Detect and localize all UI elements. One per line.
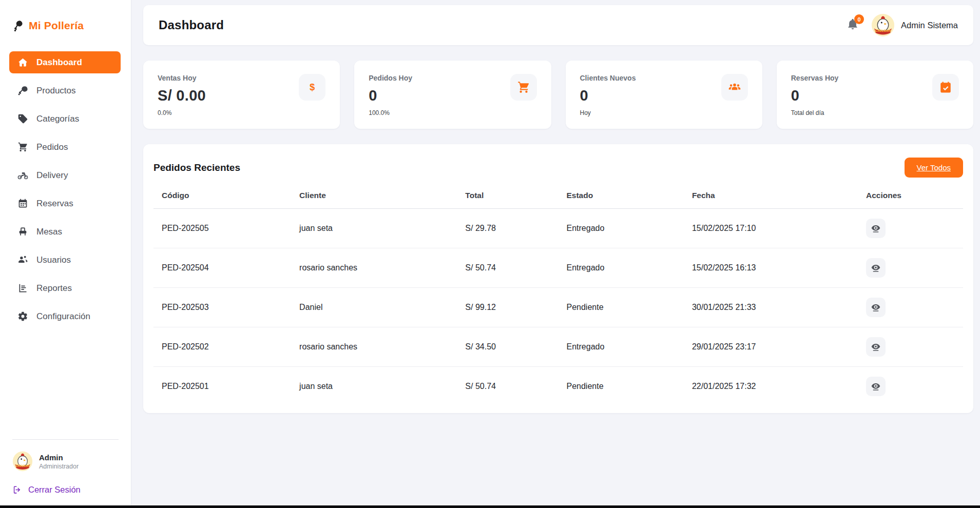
stat-label: Clientes Nuevos [580, 74, 636, 82]
order-code: PED-202504 [153, 248, 291, 288]
drumstick-icon [17, 85, 28, 96]
sidebar-item-reportes[interactable]: Reportes [9, 277, 121, 299]
order-client: juan seta [291, 209, 457, 248]
sidebar-item-categorias[interactable]: Categorías [9, 108, 121, 130]
view-all-label: Ver Todos [917, 163, 951, 172]
table-row: PED-202503 Daniel S/ 99.12 Pendiente 30/… [153, 288, 963, 327]
orders-table: Código Cliente Total Estado Fecha Accion… [153, 183, 963, 406]
order-code: PED-202503 [153, 288, 291, 327]
order-client: rosario sanches [291, 248, 457, 288]
notification-badge: 0 [854, 14, 864, 24]
stat-card-clientes-nuevos: Clientes Nuevos 0 Hoy [566, 61, 762, 129]
view-order-button[interactable] [866, 377, 886, 396]
svg-text:Chicken: Chicken [875, 28, 891, 33]
eye-icon [871, 342, 881, 352]
gear-icon [17, 311, 28, 322]
sidebar-item-delivery[interactable]: Delivery [9, 164, 121, 186]
logout-icon [12, 485, 22, 495]
order-total: S/ 34.50 [457, 327, 558, 367]
topbar-user-name: Admin Sistema [901, 21, 958, 30]
order-status: Pendiente [558, 367, 683, 406]
sidebar-nav: Dashboard Productos Categorías Pedidos D… [0, 47, 131, 331]
order-date: 15/02/2025 16:13 [684, 248, 858, 288]
sidebar: Mi Pollería Dashboard Productos Categorí… [0, 0, 131, 508]
brand: Mi Pollería [0, 0, 131, 47]
eye-icon [871, 381, 881, 392]
topbar-right: 0 Chicken Admin Sistema [847, 13, 958, 37]
table-row: PED-202502 rosario sanches S/ 34.50 Entr… [153, 327, 963, 367]
stat-label: Reservas Hoy [791, 74, 839, 82]
order-client: rosario sanches [291, 327, 457, 367]
stat-value: 0 [791, 87, 839, 104]
notifications-button[interactable]: 0 [847, 18, 860, 32]
stat-label: Pedidos Hoy [369, 74, 412, 82]
stat-card-pedidos-hoy: Pedidos Hoy 0 100.0% [354, 61, 551, 129]
col-header-cliente: Cliente [291, 183, 457, 209]
orders-table-body: PED-202505 juan seta S/ 29.78 Entregado … [153, 209, 963, 406]
view-order-button[interactable] [866, 298, 886, 317]
view-order-button[interactable] [866, 258, 886, 278]
sidebar-item-label: Reservas [36, 199, 73, 209]
col-header-estado: Estado [558, 183, 683, 209]
stat-sublabel: Total del día [791, 109, 839, 116]
stat-sublabel: 0.0% [158, 109, 206, 116]
stat-cards: Ventas Hoy S/ 0.00 0.0% $ Pedidos Hoy 0 … [143, 61, 973, 129]
order-date: 15/02/2025 17:10 [684, 209, 858, 248]
order-total: S/ 29.78 [457, 209, 558, 248]
order-status: Entregado [558, 327, 683, 367]
view-order-button[interactable] [866, 219, 886, 238]
stat-value: 0 [369, 87, 412, 104]
sidebar-item-label: Mesas [36, 227, 62, 237]
eye-icon [871, 302, 881, 312]
table-row: PED-202501 juan seta S/ 50.74 Pendiente … [153, 367, 963, 406]
topbar: Dashboard 0 Chicken Admin Sistema [143, 5, 973, 45]
tags-icon [17, 113, 28, 124]
bottom-strip [0, 505, 980, 508]
sidebar-item-reservas[interactable]: Reservas [9, 192, 121, 214]
app-root: Mi Pollería Dashboard Productos Categorí… [0, 0, 980, 508]
view-all-button[interactable]: Ver Todos [905, 158, 963, 178]
sidebar-item-label: Productos [36, 86, 76, 96]
sidebar-item-mesas[interactable]: Mesas [9, 221, 121, 243]
order-total: S/ 99.12 [457, 288, 558, 327]
order-client: Daniel [291, 288, 457, 327]
order-code: PED-202502 [153, 327, 291, 367]
user-name: Admin [39, 453, 79, 462]
calendar-check-icon [932, 74, 959, 101]
order-date: 30/01/2025 21:33 [684, 288, 858, 327]
recent-orders-card: Pedidos Recientes Ver Todos Código Clien… [143, 144, 973, 413]
home-icon [17, 57, 28, 68]
order-status: Entregado [558, 248, 683, 288]
sidebar-item-label: Delivery [36, 170, 68, 181]
avatar: Chicken [12, 451, 33, 472]
order-code: PED-202501 [153, 367, 291, 406]
logout-button[interactable]: Cerrar Sesión [12, 485, 119, 495]
sidebar-item-usuarios[interactable]: Usuarios [9, 249, 121, 271]
sidebar-item-label: Pedidos [36, 142, 68, 152]
logout-label: Cerrar Sesión [28, 485, 81, 495]
orders-head: Pedidos Recientes Ver Todos [153, 158, 963, 183]
sidebar-item-dashboard[interactable]: Dashboard [9, 51, 121, 73]
view-order-button[interactable] [866, 337, 886, 357]
user-menu[interactable]: Chicken Admin Sistema [871, 13, 958, 37]
sidebar-item-label: Usuarios [36, 255, 71, 265]
sidebar-item-productos[interactable]: Productos [9, 80, 121, 102]
eye-icon [871, 223, 881, 233]
avatar: Chicken [871, 13, 895, 37]
brand-name: Mi Pollería [29, 19, 84, 32]
sidebar-item-pedidos[interactable]: Pedidos [9, 136, 121, 158]
sidebar-item-label: Categorías [36, 114, 79, 124]
dollar-icon: $ [299, 74, 325, 101]
sidebar-item-configuracion[interactable]: Configuración [9, 305, 121, 327]
calendar-icon [17, 198, 28, 209]
page-title: Dashboard [159, 18, 224, 32]
table-header-row: Código Cliente Total Estado Fecha Accion… [153, 183, 963, 209]
cart-icon [17, 142, 28, 152]
stat-sublabel: Hoy [580, 109, 636, 116]
eye-icon [871, 263, 881, 273]
stat-sublabel: 100.0% [369, 109, 412, 116]
table-row: PED-202505 juan seta S/ 29.78 Entregado … [153, 209, 963, 248]
col-header-codigo: Código [153, 183, 291, 209]
col-header-fecha: Fecha [684, 183, 858, 209]
order-date: 29/01/2025 23:17 [684, 327, 858, 367]
